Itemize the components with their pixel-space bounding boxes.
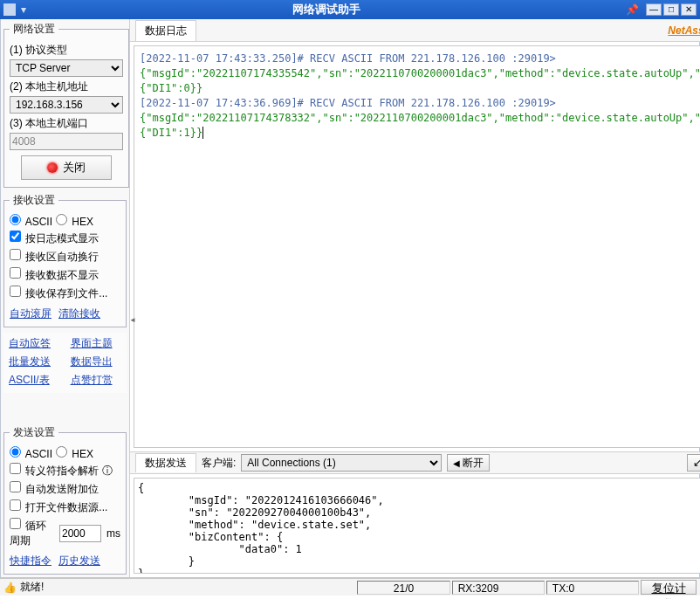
network-settings-legend: 网络设置 [10, 22, 58, 37]
export-data-link[interactable]: 数据导出 [71, 355, 122, 369]
ascii-table-link[interactable]: ASCII/表 [9, 373, 60, 388]
recv-settings-panel: 接收设置 ASCII HEX 按日志模式显示 接收区自动换行 接收数据不显示 接… [3, 193, 127, 327]
pin-icon[interactable]: 📌 [626, 3, 639, 16]
recv-ascii-radio[interactable]: ASCII [10, 214, 52, 228]
toggle-connection-label: 关闭 [63, 160, 86, 176]
recv-autowrap-check[interactable]: 接收区自动换行 [10, 249, 99, 265]
send-header: 数据发送 客户端: All Connections (1) ◀断开 ↙清除 ↖清… [130, 451, 700, 474]
window-title: 网络调试助手 [26, 2, 626, 17]
recv-savefile-check[interactable]: 接收保存到文件... [10, 286, 107, 301]
send-ascii-radio[interactable]: ASCII [10, 446, 52, 460]
chevron-left-icon: ◀ [453, 458, 460, 468]
log-line: [2022-11-07 17:43:36.969]# RECV ASCII FR… [140, 97, 556, 109]
send-autoappend-check[interactable]: 自动发送附加位 [10, 481, 99, 497]
network-settings-panel: 网络设置 (1) 协议类型 TCP Server (2) 本地主机地址 192.… [3, 22, 129, 188]
port-input[interactable] [10, 133, 123, 150]
send-payload-textarea[interactable] [134, 478, 700, 574]
status-dot-icon [47, 162, 58, 173]
send-openfile-check[interactable]: 打开文件数据源... [10, 499, 107, 515]
brand-version[interactable]: NetAssist V5.0.2 [668, 24, 700, 37]
host-label: (2) 本地主机地址 [10, 79, 123, 94]
cycle-unit: ms [106, 527, 120, 540]
status-tx: TX:0 [546, 581, 639, 595]
reset-counter-button[interactable]: 复位计数 [641, 580, 697, 595]
send-settings-panel: 发送设置 ASCII HEX 转义符指令解析 ⓘ 自动发送附加位 打开文件数据源… [3, 425, 127, 575]
titlebar: ▾ 网络调试助手 📌 — □ ✕ [0, 0, 700, 19]
status-ready: 就绪! [20, 580, 44, 595]
toggle-connection-button[interactable]: 关闭 [21, 155, 112, 180]
log-line: {"msgId":"20221107174378332","sn":"20221… [140, 112, 700, 139]
status-rx: RX:3209 [452, 581, 545, 595]
log-line: {"msgId":"20221107174335542","sn":"20221… [140, 67, 700, 94]
history-send-link[interactable]: 历史发送 [58, 554, 100, 568]
log-output[interactable]: [2022-11-07 17:43:33.250]# RECV ASCII FR… [134, 45, 700, 448]
clear-recv-link[interactable]: 清除接收 [58, 306, 100, 321]
arrow-down-icon: ↙ [693, 457, 700, 469]
send-escape-check[interactable]: 转义符指令解析 ⓘ [10, 463, 113, 479]
minimize-button[interactable]: — [646, 3, 662, 16]
batch-send-link[interactable]: 批量发送 [9, 355, 60, 369]
close-button[interactable]: ✕ [681, 3, 697, 16]
cycle-period-input[interactable] [59, 525, 101, 542]
log-line: [2022-11-07 17:43:33.250]# RECV ASCII FR… [140, 52, 556, 65]
send-hex-radio[interactable]: HEX [56, 446, 93, 460]
client-label: 客户端: [202, 456, 236, 471]
protocol-label: (1) 协议类型 [10, 43, 123, 58]
clear-left-button[interactable]: ↙清除 [687, 454, 700, 472]
disconnect-button[interactable]: ◀断开 [447, 454, 490, 472]
host-select[interactable]: 192.168.3.156 [10, 96, 123, 114]
status-bar: 👍 就绪! 21/0 RX:3209 TX:0 复位计数 [0, 578, 700, 596]
left-panel: 网络设置 (1) 协议类型 TCP Server (2) 本地主机地址 192.… [1, 19, 130, 577]
tab-data-log[interactable]: 数据日志 [135, 20, 196, 41]
right-panel: 数据日志 NetAssist V5.0.2 ◈ 🔔 [2022-11-07 17… [130, 19, 700, 577]
protocol-select[interactable]: TCP Server [10, 59, 123, 77]
send-settings-legend: 发送设置 [10, 425, 58, 440]
port-label: (3) 本地主机端口 [10, 116, 123, 131]
app-icon [3, 3, 16, 16]
commands-panel: 自动应答 界面主题 批量发送 数据导出 ASCII/表 点赞打赏 [3, 333, 127, 393]
quick-cmd-link[interactable]: 快捷指令 [10, 554, 51, 568]
tip-link[interactable]: 点赞打赏 [71, 373, 122, 388]
client-select[interactable]: All Connections (1) [241, 454, 442, 472]
recv-hide-check[interactable]: 接收数据不显示 [10, 267, 99, 283]
recv-settings-legend: 接收设置 [10, 193, 58, 208]
auto-scroll-link[interactable]: 自动滚屏 [10, 306, 51, 321]
thumbs-up-icon: 👍 [3, 582, 17, 594]
recv-hex-radio[interactable]: HEX [56, 214, 93, 228]
tab-data-send[interactable]: 数据发送 [135, 453, 196, 472]
maximize-button[interactable]: □ [663, 3, 679, 16]
status-ratio: 21/0 [357, 581, 450, 595]
auto-reply-link[interactable]: 自动应答 [9, 336, 60, 351]
send-cycle-check[interactable]: 循环周期 [10, 518, 56, 548]
theme-link[interactable]: 界面主题 [71, 336, 122, 351]
recv-logmode-check[interactable]: 按日志模式显示 [10, 231, 99, 246]
